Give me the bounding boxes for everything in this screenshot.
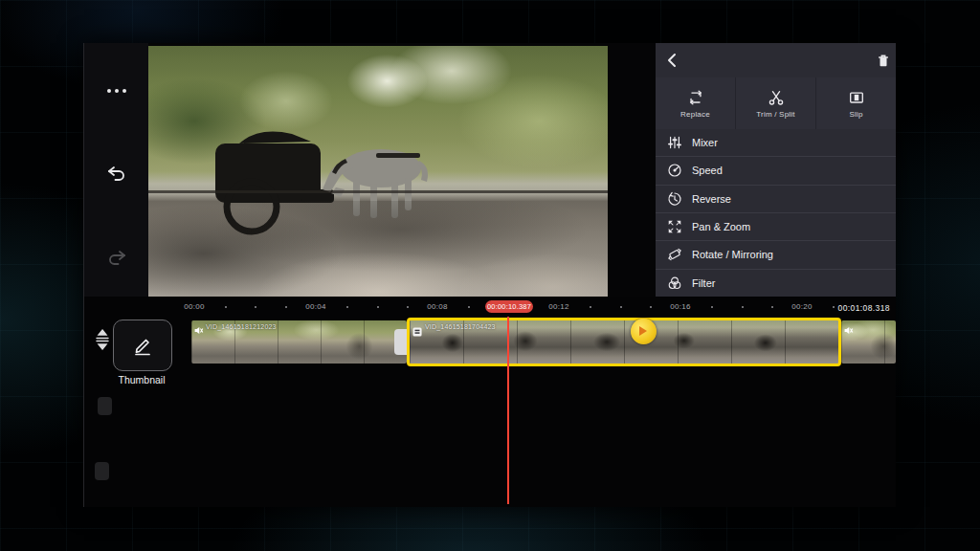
ruler-dot [377, 306, 379, 308]
road-shading [148, 201, 608, 297]
playhead[interactable] [507, 317, 509, 504]
ruler-dot [407, 306, 409, 308]
pan-zoom-icon [667, 219, 682, 234]
more-options-button[interactable] [84, 72, 148, 110]
rotate-mirroring-label: Rotate / Mirroring [692, 249, 773, 260]
filter-label: Filter [692, 277, 715, 289]
clip-3[interactable] [841, 320, 896, 364]
ruler-dot [771, 306, 773, 308]
clip-2-selected[interactable]: VID_14615181704423 [407, 318, 841, 366]
ruler-tick: 00:08 [427, 302, 448, 311]
layer-slot-icon [95, 462, 109, 480]
replace-icon [687, 89, 704, 106]
ruler-dot [285, 306, 287, 308]
ruler-dot [255, 306, 256, 308]
reverse-icon [667, 191, 682, 207]
mixer-label: Mixer [692, 137, 718, 148]
ruler-dot [650, 306, 652, 308]
panel-header [656, 43, 896, 77]
muted-audio-icon [843, 322, 854, 340]
option-rotate-mirroring[interactable]: Rotate / Mirroring [656, 240, 896, 268]
clip-label: VID_14615181212023 [206, 323, 277, 330]
trim-split-button[interactable]: Trim / Split [735, 77, 815, 129]
ruler-dot [590, 306, 591, 308]
media-badge-icon [412, 323, 422, 341]
expand-timeline-icon[interactable] [92, 328, 113, 351]
clip-label: VID_14615181704423 [425, 323, 496, 330]
layer-slot-icon [98, 397, 112, 415]
ruler-dot [468, 306, 470, 308]
ruler-tick: 00:16 [670, 302, 691, 311]
clip-1[interactable]: VID_14615181212023 [191, 320, 407, 364]
ruler-dot [833, 306, 835, 308]
undo-icon [106, 164, 127, 185]
ruler-tick: 00:12 [548, 302, 569, 311]
undo-button[interactable] [84, 155, 148, 193]
ruler-dot [711, 306, 713, 308]
thumbnail-edit-button[interactable] [113, 320, 172, 371]
ruler-dot [742, 306, 744, 308]
ruler-tick: 00:20 [791, 302, 813, 311]
pencil-icon [130, 333, 155, 358]
slip-icon [848, 89, 865, 106]
clip-options-list: Mixer Speed Reverse [656, 129, 896, 297]
curb-line [148, 190, 608, 193]
option-reverse[interactable]: Reverse [656, 185, 896, 212]
total-duration: 00:01:08.318 [838, 303, 890, 313]
clip-options-panel: Replace Trim / Split Sli [656, 43, 896, 297]
ruler-tick: 00:00 [184, 302, 205, 311]
pan-zoom-label: Pan & Zoom [692, 221, 750, 232]
redo-button[interactable] [84, 239, 148, 277]
trash-icon[interactable] [877, 54, 890, 68]
video-editor-window: Replace Trim / Split Sli [84, 43, 896, 507]
ruler-dot [225, 306, 227, 308]
muted-audio-icon [193, 322, 204, 340]
trim-split-label: Trim / Split [756, 110, 794, 119]
clips-track: VID_14615181212023 VID_14615181704423 [84, 320, 896, 368]
more-options-icon [107, 89, 126, 93]
timeline[interactable]: 00:00 00:04 00:08 00:12 00:16 00:20 00:0… [84, 297, 896, 507]
option-filter[interactable]: Filter [656, 269, 896, 297]
video-preview[interactable] [148, 46, 608, 297]
rotate-mirroring-icon [667, 247, 682, 262]
option-speed[interactable]: Speed [656, 156, 896, 184]
speed-icon [667, 163, 682, 178]
current-time-badge: 00:00:10.387 [485, 300, 533, 313]
clip-action-bar: Replace Trim / Split Sli [656, 77, 896, 129]
speed-label: Speed [692, 165, 723, 176]
reverse-label: Reverse [692, 193, 731, 205]
ruler-tick: 00:04 [305, 302, 326, 311]
mixer-icon [667, 135, 682, 150]
thumbnail-label: Thumbnail [101, 374, 182, 386]
back-icon[interactable] [665, 53, 680, 68]
scissors-icon [768, 89, 785, 106]
redo-icon [106, 248, 127, 269]
slip-button[interactable]: Slip [815, 77, 896, 129]
clip-marker-badge[interactable] [631, 319, 657, 344]
option-pan-zoom[interactable]: Pan & Zoom [656, 212, 896, 240]
slip-label: Slip [849, 110, 862, 119]
filter-icon [667, 276, 682, 291]
ruler-dot [620, 306, 622, 308]
option-mixer[interactable]: Mixer [656, 129, 896, 156]
replace-button[interactable]: Replace [656, 77, 735, 129]
ruler-dot [346, 306, 348, 308]
replace-label: Replace [680, 110, 710, 119]
